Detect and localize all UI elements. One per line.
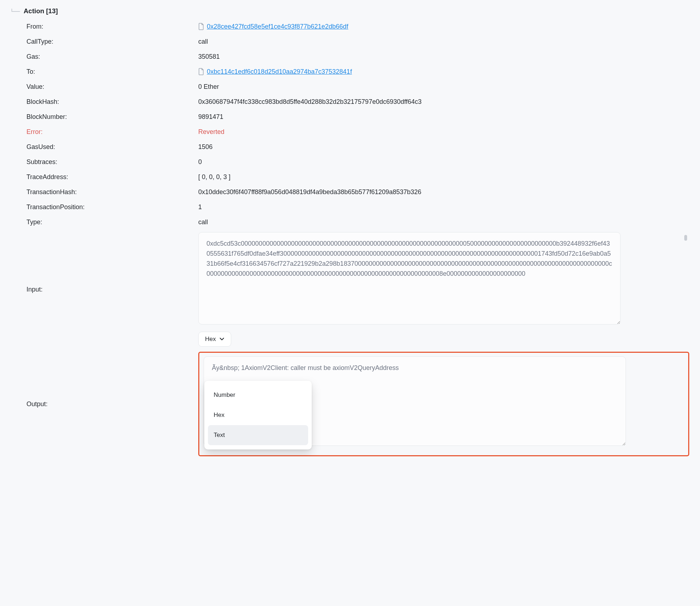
input-label: Input: [26, 284, 198, 294]
txpos-label: TransactionPosition: [26, 202, 198, 212]
input-format-dropdown[interactable]: Hex [198, 332, 231, 347]
tree-branch-icon [11, 8, 21, 15]
output-format-menu: Number Hex Text [204, 381, 312, 449]
type-value: call [198, 217, 689, 227]
blockhash-label: BlockHash: [26, 97, 198, 107]
error-value: Reverted [198, 127, 689, 137]
section-title: Action [13] [24, 7, 58, 15]
txhash-label: TransactionHash: [26, 187, 198, 197]
from-label: From: [26, 21, 198, 32]
menu-item-text[interactable]: Text [208, 425, 308, 445]
error-label: Error: [26, 127, 198, 137]
gasused-value: 1506 [198, 142, 689, 152]
to-label: To: [26, 67, 198, 77]
scrollbar-thumb[interactable] [684, 235, 687, 241]
traceaddress-value: [ 0, 0, 0, 3 ] [198, 172, 689, 182]
blocknumber-value: 9891471 [198, 112, 689, 122]
subtraces-label: Subtraces: [26, 157, 198, 167]
input-textarea[interactable] [198, 232, 621, 324]
calltype-value: call [198, 37, 689, 47]
calltype-label: CallType: [26, 37, 198, 47]
to-address-link[interactable]: 0xbc114c1edf6c018d25d10aa2974ba7c3753284… [207, 67, 352, 77]
txpos-value: 1 [198, 202, 689, 212]
blockhash-value: 0x360687947f4fc338cc983bd8d5ffe40d288b32… [198, 97, 689, 107]
output-label: Output: [26, 399, 198, 409]
traceaddress-label: TraceAddress: [26, 172, 198, 182]
value-label: Value: [26, 82, 198, 92]
menu-item-hex[interactable]: Hex [208, 405, 308, 425]
document-icon [198, 23, 204, 30]
type-label: Type: [26, 217, 198, 227]
menu-item-number[interactable]: Number [208, 385, 308, 405]
gas-value: 350581 [198, 52, 689, 62]
subtraces-value: 0 [198, 157, 689, 167]
from-address-link[interactable]: 0x28cee427fcd58e5ef1ce4c93f877b621e2db66… [207, 21, 348, 32]
chevron-down-icon [219, 337, 224, 341]
value-value: 0 Ether [198, 82, 689, 92]
blocknumber-label: BlockNumber: [26, 112, 198, 122]
input-format-label: Hex [205, 336, 216, 343]
gasused-label: GasUsed: [26, 142, 198, 152]
txhash-value: 0x10ddec30f6f407ff88f9a056d048819df4a9be… [198, 187, 689, 197]
output-highlight-box: Number Hex Text [198, 352, 689, 456]
document-icon [198, 68, 204, 75]
gas-label: Gas: [26, 52, 198, 62]
